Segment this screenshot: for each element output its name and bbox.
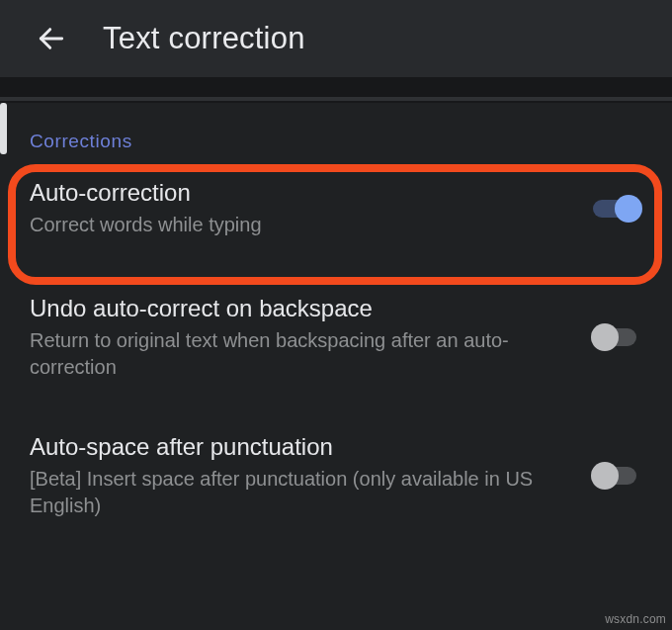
toggle-auto-space[interactable]: [593, 461, 644, 491]
settings-content: Corrections Auto-correction Correct word…: [0, 103, 672, 630]
setting-text: Auto-correction Correct words while typi…: [30, 178, 593, 238]
setting-title: Auto-correction: [30, 178, 573, 208]
back-button[interactable]: [30, 17, 73, 60]
setting-subtitle: Correct words while typing: [30, 212, 573, 238]
section-label-corrections: Corrections: [0, 103, 672, 152]
back-arrow-icon: [36, 23, 67, 54]
setting-text: Undo auto-correct on backspace Return to…: [30, 294, 593, 381]
toggle-thumb: [591, 462, 619, 490]
scroll-indicator[interactable]: [0, 103, 7, 154]
watermark: wsxdn.com: [605, 612, 666, 626]
setting-title: Auto-space after punctuation: [30, 432, 573, 462]
divider: [0, 97, 672, 101]
app-bar: Text correction: [0, 0, 672, 77]
setting-title: Undo auto-correct on backspace: [30, 294, 573, 323]
setting-auto-correction[interactable]: Auto-correction Correct words while typi…: [0, 152, 672, 264]
page-title: Text correction: [103, 21, 305, 56]
setting-subtitle: [Beta] Insert space after punctuation (o…: [30, 466, 573, 519]
toggle-auto-correction[interactable]: [593, 194, 644, 224]
setting-auto-space[interactable]: Auto-space after punctuation [Beta] Inse…: [0, 403, 672, 541]
toggle-undo-auto-correct[interactable]: [593, 322, 644, 352]
setting-subtitle: Return to original text when backspacing…: [30, 327, 573, 381]
toggle-thumb: [591, 323, 619, 351]
setting-text: Auto-space after punctuation [Beta] Inse…: [30, 432, 593, 519]
setting-undo-auto-correct[interactable]: Undo auto-correct on backspace Return to…: [0, 264, 672, 403]
toggle-thumb: [615, 195, 642, 223]
